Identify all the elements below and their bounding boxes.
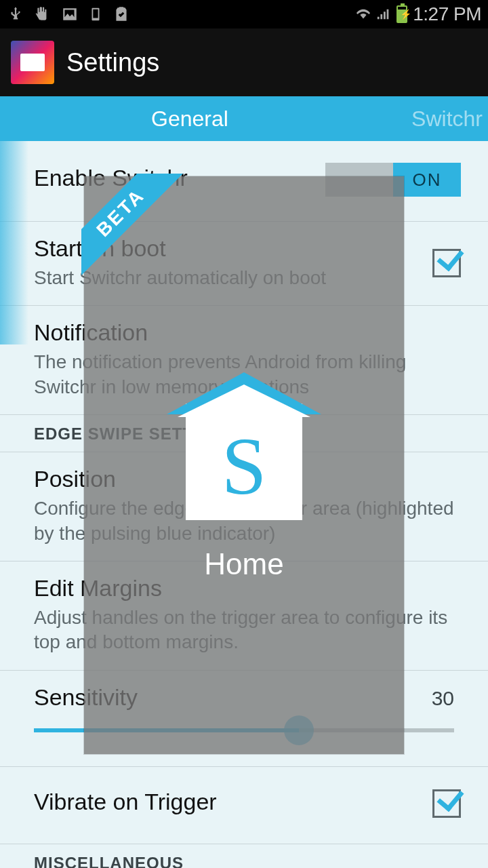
tab-switchr[interactable]: Switchr xyxy=(380,106,488,132)
sensitivity-value: 30 xyxy=(432,687,454,710)
tab-general[interactable]: General xyxy=(0,106,380,132)
checkbox-vibrate[interactable] xyxy=(432,789,461,818)
signal-icon xyxy=(376,7,391,22)
action-bar: Settings xyxy=(0,28,488,96)
hand-icon xyxy=(34,5,52,23)
status-time: 1:27 PM xyxy=(413,3,481,25)
tab-bar: General Switchr xyxy=(0,96,488,141)
app-icon[interactable] xyxy=(11,41,54,84)
home-app-label: Home xyxy=(204,547,283,581)
wifi-icon xyxy=(356,7,371,22)
usb-icon xyxy=(7,5,24,23)
status-bar: ⚡ 1:27 PM xyxy=(0,0,488,28)
setting-title: Vibrate on Trigger xyxy=(34,789,432,815)
switchr-preview-overlay[interactable]: BETA S Home xyxy=(84,176,404,754)
checkbox-start-on-boot[interactable] xyxy=(432,249,461,277)
clipboard-icon xyxy=(113,5,130,23)
page-title: Settings xyxy=(66,48,159,77)
section-header-misc: MISCELLANEOUS xyxy=(0,844,488,868)
home-app-icon[interactable]: S xyxy=(186,403,302,520)
device-icon xyxy=(88,7,103,22)
image-icon xyxy=(61,5,79,23)
battery-icon: ⚡ xyxy=(396,5,407,23)
beta-ribbon: BETA xyxy=(81,174,190,282)
setting-vibrate[interactable]: Vibrate on Trigger xyxy=(0,767,488,844)
